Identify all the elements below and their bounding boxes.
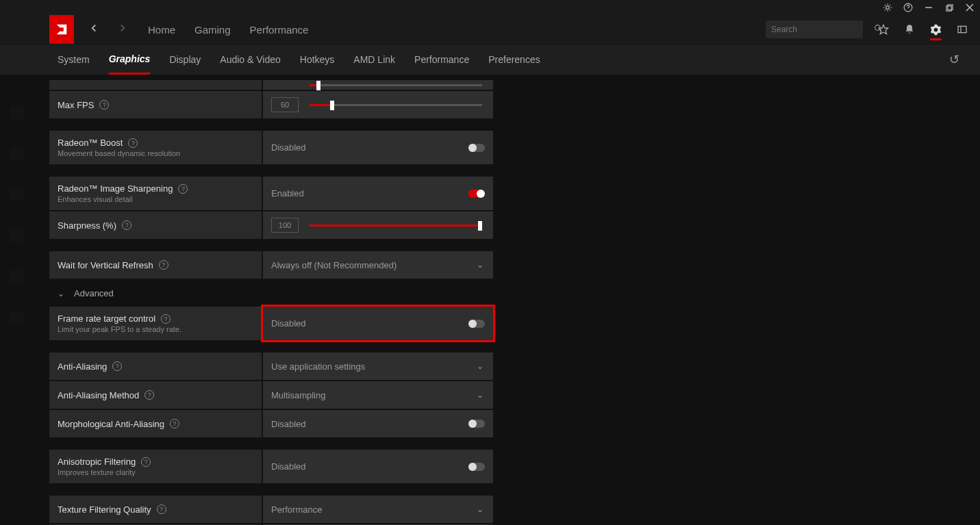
help-icon[interactable]: ? [128, 138, 138, 148]
aa-method-label: Anti-Aliasing Method [58, 390, 139, 400]
radeon-boost-value: Disabled [271, 142, 306, 153]
graphics-settings-panel: Max FPS? 60 Radeon™ Boost? Movement base… [0, 75, 493, 525]
row-radeon-boost: Radeon™ Boost? Movement based dynamic re… [49, 131, 493, 164]
help-icon[interactable]: ? [157, 504, 166, 514]
row-image-sharpening: Radeon™ Image Sharpening? Enhances visua… [49, 177, 493, 210]
search-field[interactable] [771, 25, 874, 34]
sharpness-label: Sharpness (%) [58, 220, 116, 231]
help-icon[interactable]: ? [159, 260, 168, 270]
help-icon[interactable]: ? [178, 184, 188, 194]
svg-marker-9 [879, 25, 888, 34]
help-icon[interactable]: ? [145, 390, 154, 400]
tab-home[interactable]: Home [148, 24, 175, 36]
help-icon[interactable]: ? [112, 361, 122, 371]
chevron-down-icon: ⌄ [477, 361, 483, 371]
maximize-icon[interactable] [944, 3, 954, 12]
frtc-sub: Limit your peak FPS to a steady rate. [58, 325, 253, 333]
svg-rect-4 [947, 4, 952, 9]
row-aa-method: Anti-Aliasing Method? Multisampling ⌄ [49, 381, 493, 409]
svg-rect-10 [958, 26, 966, 32]
search-input[interactable] [766, 21, 863, 38]
row-vsync: Wait for Vertical Refresh? Always off (N… [49, 251, 493, 279]
aniso-label: Anisotropic Filtering [58, 457, 136, 467]
aa-dropdown[interactable]: Use application settings ⌄ [263, 353, 493, 380]
row-frtc: Frame rate target control? Limit your pe… [49, 307, 493, 340]
help-icon[interactable]: ? [99, 100, 109, 110]
aa-value: Use application settings [271, 361, 365, 372]
chevron-down-icon: ⌄ [477, 260, 483, 270]
image-sharpening-sub: Enhances visual detail [58, 195, 253, 203]
aa-method-value: Multisampling [271, 390, 325, 400]
chevron-down-icon: ⌄ [58, 289, 64, 298]
aniso-sub: Improves texture clarity [58, 468, 253, 476]
mlaa-label: Morphological Anti-Aliasing [58, 419, 164, 429]
subtab-system[interactable]: System [58, 46, 90, 73]
frtc-value: Disabled [271, 318, 306, 329]
help-icon[interactable]: ? [170, 419, 179, 428]
max-fps-slider[interactable] [310, 104, 482, 106]
row-sharpness: Sharpness (%)? 100 [49, 212, 493, 239]
close-icon[interactable] [965, 3, 975, 12]
image-sharpening-toggle[interactable] [468, 190, 485, 198]
mlaa-value: Disabled [271, 419, 306, 429]
row-anti-aliasing: Anti-Aliasing? Use application settings … [49, 353, 493, 380]
row-mlaa: Morphological Anti-Aliasing? Disabled [49, 410, 493, 437]
help-icon[interactable]: ? [122, 220, 131, 230]
window-titlebar [0, 0, 980, 15]
aniso-toggle[interactable] [468, 463, 485, 471]
svg-rect-3 [946, 5, 951, 10]
svg-point-0 [886, 6, 890, 10]
bell-icon[interactable] [904, 24, 915, 35]
tab-performance[interactable]: Performance [250, 24, 309, 36]
sharpness-slider[interactable] [310, 225, 482, 227]
texq-label: Texture Filtering Quality [58, 504, 151, 515]
help-icon[interactable] [903, 3, 913, 12]
mlaa-toggle[interactable] [468, 420, 485, 428]
max-fps-label: Max FPS [58, 100, 94, 110]
back-icon[interactable] [88, 22, 100, 38]
panel-icon[interactable] [957, 24, 968, 35]
forward-icon[interactable] [116, 22, 129, 38]
vsync-label: Wait for Vertical Refresh [58, 260, 153, 270]
subtab-display[interactable]: Display [169, 46, 201, 73]
subtab-amd-link[interactable]: AMD Link [353, 46, 395, 73]
texq-value: Performance [271, 504, 322, 515]
texq-dropdown[interactable]: Performance ⌄ [263, 496, 493, 523]
radeon-boost-sub: Movement based dynamic resolution [58, 149, 253, 157]
tab-gaming[interactable]: Gaming [194, 24, 231, 36]
row-max-fps: Max FPS? 60 [49, 91, 493, 118]
subtab-preferences[interactable]: Preferences [488, 46, 540, 73]
amd-logo[interactable] [49, 15, 74, 44]
sidebar-ghost [0, 44, 33, 525]
subtab-audio-video[interactable]: Audio & Video [220, 46, 280, 73]
max-fps-value[interactable]: 60 [271, 97, 299, 112]
frtc-label: Frame rate target control [58, 313, 155, 324]
subtab-hotkeys[interactable]: Hotkeys [300, 46, 335, 73]
minimize-icon[interactable] [924, 3, 933, 12]
reset-icon[interactable]: ↺ [949, 52, 980, 67]
star-icon[interactable] [878, 24, 889, 35]
gear-icon[interactable] [930, 24, 942, 40]
settings-subnav: System Graphics Display Audio & Video Ho… [0, 44, 980, 75]
aa-method-dropdown[interactable]: Multisampling ⌄ [263, 381, 493, 409]
subtab-performance[interactable]: Performance [414, 46, 469, 73]
subtab-graphics[interactable]: Graphics [109, 45, 151, 75]
topbar: Home Gaming Performance [0, 15, 980, 44]
help-icon[interactable]: ? [141, 457, 151, 467]
radeon-boost-label: Radeon™ Boost [58, 138, 123, 148]
sharpness-value[interactable]: 100 [271, 218, 299, 233]
row-partial [49, 80, 493, 90]
frtc-toggle[interactable] [468, 320, 485, 328]
chevron-down-icon: ⌄ [477, 504, 483, 514]
vsync-dropdown[interactable]: Always off (Not Recommended) ⌄ [263, 251, 493, 279]
radeon-boost-toggle[interactable] [468, 144, 485, 152]
aniso-value: Disabled [271, 461, 306, 472]
help-icon[interactable]: ? [161, 314, 171, 324]
advanced-section-toggle[interactable]: ⌄ Advanced [49, 280, 493, 307]
image-sharpening-value: Enabled [271, 188, 304, 199]
row-texture-quality: Texture Filtering Quality? Performance ⌄ [49, 496, 493, 523]
advanced-label: Advanced [74, 288, 114, 298]
image-sharpening-label: Radeon™ Image Sharpening [58, 183, 173, 194]
bug-icon[interactable] [883, 3, 892, 12]
row-anisotropic: Anisotropic Filtering? Improves texture … [49, 450, 493, 483]
